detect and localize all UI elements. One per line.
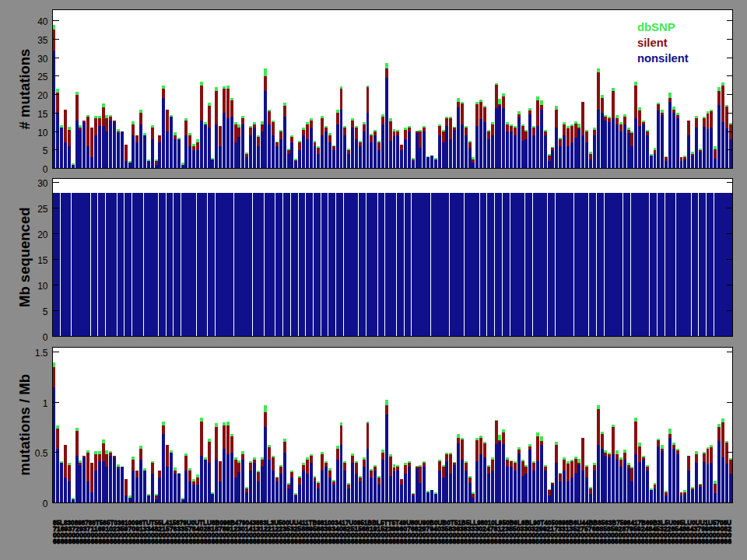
svg-text:Mb sequenced: Mb sequenced bbox=[16, 208, 33, 308]
svg-text:35: 35 bbox=[37, 35, 48, 46]
svg-text:10: 10 bbox=[37, 128, 48, 138]
svg-text:15: 15 bbox=[37, 109, 48, 120]
svg-text:0: 0 bbox=[43, 332, 48, 343]
svg-text:10: 10 bbox=[37, 281, 48, 292]
svg-text:25: 25 bbox=[37, 72, 48, 82]
svg-text:0: 0 bbox=[43, 499, 48, 509]
svg-text:1.5: 1.5 bbox=[35, 348, 48, 359]
svg-text:0.5: 0.5 bbox=[35, 448, 48, 459]
svg-text:nonsilent: nonsilent bbox=[637, 52, 689, 65]
svg-text:silent: silent bbox=[637, 37, 668, 49]
svg-text:20: 20 bbox=[37, 229, 48, 240]
svg-text:1: 1 bbox=[43, 398, 48, 409]
svg-text:666666666666666666666666666666: 6666666666666666666666666666666666666666… bbox=[53, 537, 731, 545]
svg-text:# mutations: # mutations bbox=[16, 49, 33, 130]
svg-text:15: 15 bbox=[37, 255, 48, 266]
svg-text:mutations / Mb: mutations / Mb bbox=[16, 374, 33, 476]
svg-text:25: 25 bbox=[37, 204, 48, 215]
svg-text:5: 5 bbox=[43, 145, 48, 156]
svg-text:0: 0 bbox=[43, 164, 48, 175]
svg-text:30: 30 bbox=[37, 178, 48, 189]
svg-text:20: 20 bbox=[37, 90, 48, 101]
svg-text:40: 40 bbox=[37, 16, 48, 27]
svg-text:dbSNP: dbSNP bbox=[637, 21, 675, 33]
svg-text:5: 5 bbox=[43, 306, 48, 317]
svg-text:30: 30 bbox=[37, 54, 48, 65]
